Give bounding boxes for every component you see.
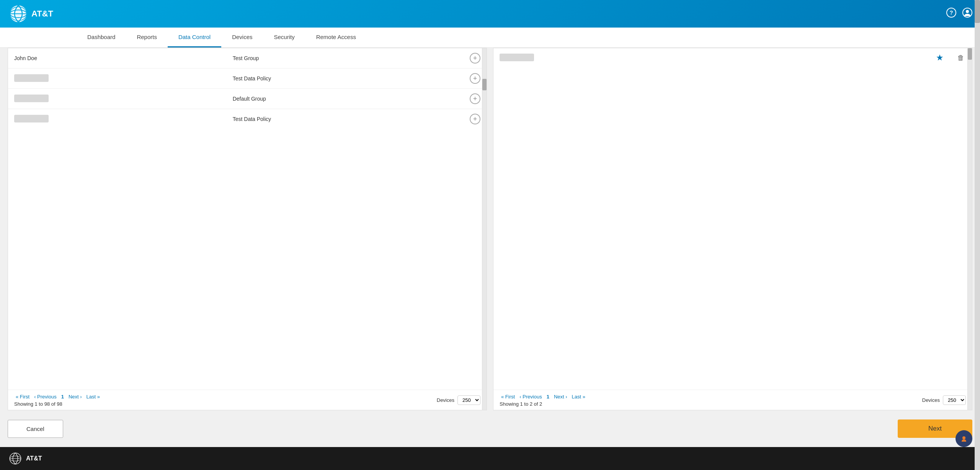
blurred-user [14, 115, 49, 122]
right-panel-scrollbar[interactable] [967, 48, 972, 410]
panels-container: John Doe Test Group + [0, 48, 980, 410]
right-blurred-cell [493, 48, 928, 67]
left-panel-table: John Doe Test Group + [8, 48, 487, 129]
policy-name-cell: Test Group [227, 48, 464, 69]
nav-item-data-control[interactable]: Data Control [168, 28, 221, 47]
policy-name: Test Data Policy [233, 116, 271, 122]
right-panel-table: ★ 🗑 [493, 48, 972, 67]
header-icons: ? [946, 8, 972, 20]
chat-bubble-button[interactable] [956, 430, 972, 447]
header-logo: AT&T [9, 5, 70, 23]
help-icon: ? [946, 8, 956, 18]
star-icon[interactable]: ★ [936, 53, 944, 62]
policy-name-cell: Test Data Policy [227, 109, 464, 129]
last-page-link[interactable]: Last » [85, 393, 101, 400]
chat-icon [959, 434, 969, 443]
plus-icon: + [473, 55, 477, 62]
policy-name: Test Group [233, 55, 259, 61]
right-devices-wrapper: Devices 250 100 50 25 [922, 395, 966, 405]
right-panel: ★ 🗑 « First ‹ Pre [493, 48, 972, 410]
att-globe-icon [9, 5, 28, 23]
add-row-button[interactable]: + [470, 114, 480, 124]
right-pagination: « First ‹ Previous 1 Next › Last » [500, 393, 587, 400]
prev-page-link[interactable]: ‹ Previous [518, 393, 544, 400]
page-scrollbar[interactable] [975, 0, 980, 470]
policy-name-cell: Default Group [227, 89, 464, 109]
left-panel-scroll[interactable]: John Doe Test Group + [8, 48, 487, 390]
left-devices-select[interactable]: 250 100 50 25 [457, 395, 480, 405]
footer-att-globe-icon [9, 452, 21, 465]
nav-item-dashboard[interactable]: Dashboard [77, 28, 126, 47]
footer: AT&T [0, 447, 980, 470]
right-showing-text: Showing 1 to 2 of 2 [500, 401, 587, 407]
add-row-button[interactable]: + [470, 53, 480, 64]
right-scrollbar-thumb [968, 48, 972, 60]
svg-text:?: ? [949, 9, 953, 16]
nav-item-devices[interactable]: Devices [221, 28, 263, 47]
left-panel-scrollbar[interactable] [482, 48, 487, 410]
star-cell: ★ [928, 48, 951, 67]
plus-icon: + [473, 95, 477, 103]
table-row: Default Group + [8, 89, 487, 109]
user-blurred-cell [8, 109, 227, 129]
plus-icon: + [473, 75, 477, 83]
table-row: John Doe Test Group + [8, 48, 487, 69]
page-number-link[interactable]: 1 [60, 393, 65, 400]
left-devices-label: Devices [437, 397, 454, 403]
right-panel-scroll[interactable]: ★ 🗑 [493, 48, 972, 390]
table-row: ★ 🗑 [493, 48, 972, 67]
user-blurred-cell [8, 89, 227, 109]
footer-logo-text: AT&T [26, 455, 42, 462]
add-row-button[interactable]: + [470, 93, 480, 104]
table-row: Test Data Policy + [8, 109, 487, 129]
nav-item-reports[interactable]: Reports [126, 28, 168, 47]
policy-name: Default Group [233, 96, 266, 102]
nav-item-remote-access[interactable]: Remote Access [305, 28, 367, 47]
add-row-button[interactable]: + [470, 73, 480, 84]
next-page-link[interactable]: Next › [552, 393, 569, 400]
first-page-link[interactable]: « First [14, 393, 31, 400]
user-name-cell: John Doe [8, 48, 227, 69]
actions-bar: Cancel Next [0, 410, 980, 447]
logo-text: AT&T [31, 9, 53, 19]
left-panel: John Doe Test Group + [8, 48, 487, 410]
first-page-link[interactable]: « First [500, 393, 516, 400]
user-icon [962, 8, 972, 18]
table-row: Test Data Policy + [8, 69, 487, 89]
blurred-user [14, 95, 49, 102]
blurred-item [500, 54, 534, 61]
page-number-link[interactable]: 1 [545, 393, 551, 400]
main-nav: Dashboard Reports Data Control Devices S… [0, 28, 980, 48]
left-devices-wrapper: Devices 250 100 50 25 [437, 395, 480, 405]
next-page-link[interactable]: Next › [67, 393, 83, 400]
svg-point-7 [966, 10, 969, 13]
left-showing-text: Showing 1 to 98 of 98 [14, 401, 101, 407]
page-scrollbar-thumb [975, 0, 980, 23]
left-scrollbar-thumb [482, 79, 487, 90]
user-name: John Doe [14, 55, 37, 61]
last-page-link[interactable]: Last » [570, 393, 587, 400]
prev-page-link[interactable]: ‹ Previous [33, 393, 58, 400]
help-button[interactable]: ? [946, 8, 956, 20]
right-panel-footer: « First ‹ Previous 1 Next › Last » Showi… [493, 390, 972, 410]
right-devices-label: Devices [922, 397, 940, 403]
user-blurred-cell [8, 69, 227, 89]
cancel-button[interactable]: Cancel [8, 420, 63, 438]
plus-icon: + [473, 115, 477, 123]
left-pagination: « First ‹ Previous 1 Next › Last » [14, 393, 101, 400]
policy-name: Test Data Policy [233, 75, 271, 82]
header: AT&T ? [0, 0, 980, 28]
policy-name-cell: Test Data Policy [227, 69, 464, 89]
blurred-user [14, 74, 49, 82]
right-devices-select[interactable]: 250 100 50 25 [943, 395, 966, 405]
svg-point-8 [962, 436, 965, 439]
left-panel-footer: « First ‹ Previous 1 Next › Last » Showi… [8, 390, 487, 410]
main-content: John Doe Test Group + [0, 48, 980, 447]
trash-icon[interactable]: 🗑 [957, 54, 964, 62]
user-menu-button[interactable] [962, 8, 972, 20]
nav-item-security[interactable]: Security [263, 28, 305, 47]
